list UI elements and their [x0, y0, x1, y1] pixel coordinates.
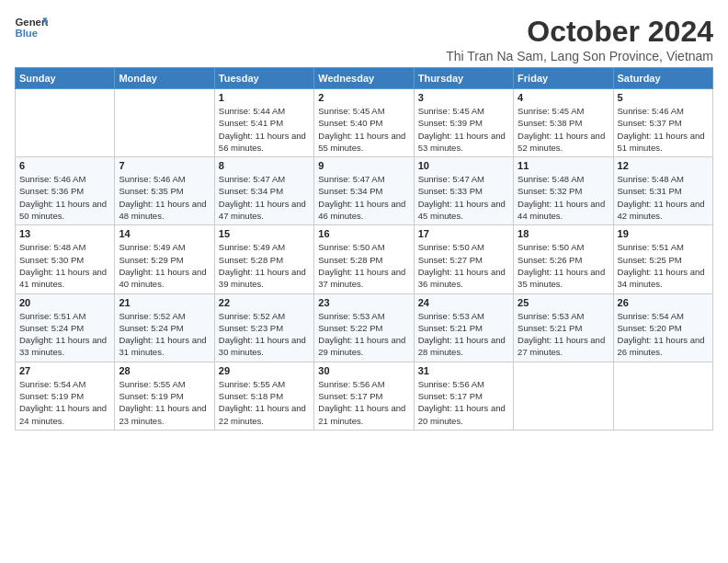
calendar-week-5: 27Sunrise: 5:54 AMSunset: 5:19 PMDayligh… — [16, 362, 713, 430]
logo-icon: General Blue — [15, 15, 48, 40]
day-number: 19 — [618, 228, 709, 239]
day-number: 3 — [418, 92, 509, 103]
day-number: 13 — [19, 228, 110, 239]
col-header-tuesday: Tuesday — [214, 68, 313, 89]
calendar-cell: 24Sunrise: 5:53 AMSunset: 5:21 PMDayligh… — [414, 293, 513, 362]
day-number: 26 — [618, 297, 709, 308]
day-detail: Sunrise: 5:50 AMSunset: 5:28 PMDaylight:… — [318, 241, 409, 290]
logo: General Blue — [15, 15, 48, 40]
day-detail: Sunrise: 5:51 AMSunset: 5:24 PMDaylight:… — [19, 310, 110, 359]
day-number: 22 — [219, 297, 310, 308]
calendar-cell: 17Sunrise: 5:50 AMSunset: 5:27 PMDayligh… — [414, 225, 513, 293]
day-number: 12 — [618, 160, 709, 171]
calendar-cell: 18Sunrise: 5:50 AMSunset: 5:26 PMDayligh… — [514, 225, 613, 293]
day-detail: Sunrise: 5:53 AMSunset: 5:21 PMDaylight:… — [518, 310, 609, 359]
svg-text:Blue: Blue — [16, 28, 39, 39]
day-number: 1 — [219, 92, 310, 103]
location-subtitle: Thi Tran Na Sam, Lang Son Province, Viet… — [446, 49, 713, 63]
page-header: General Blue October 2024 Thi Tran Na Sa… — [15, 15, 713, 63]
calendar-cell: 12Sunrise: 5:48 AMSunset: 5:31 PMDayligh… — [613, 157, 712, 225]
calendar-cell: 23Sunrise: 5:53 AMSunset: 5:22 PMDayligh… — [314, 293, 414, 362]
calendar-cell: 19Sunrise: 5:51 AMSunset: 5:25 PMDayligh… — [613, 225, 712, 293]
day-number: 25 — [518, 297, 609, 308]
calendar-week-3: 13Sunrise: 5:48 AMSunset: 5:30 PMDayligh… — [16, 225, 713, 293]
day-detail: Sunrise: 5:50 AMSunset: 5:26 PMDaylight:… — [518, 241, 609, 290]
day-detail: Sunrise: 5:45 AMSunset: 5:38 PMDaylight:… — [518, 105, 609, 154]
day-detail: Sunrise: 5:50 AMSunset: 5:27 PMDaylight:… — [418, 241, 509, 290]
calendar-cell: 11Sunrise: 5:48 AMSunset: 5:32 PMDayligh… — [514, 157, 613, 225]
day-number: 10 — [418, 160, 509, 171]
day-detail: Sunrise: 5:53 AMSunset: 5:22 PMDaylight:… — [318, 310, 409, 359]
day-detail: Sunrise: 5:48 AMSunset: 5:32 PMDaylight:… — [518, 173, 609, 222]
day-number: 16 — [318, 228, 409, 239]
day-number: 27 — [19, 365, 110, 376]
calendar-cell: 6Sunrise: 5:46 AMSunset: 5:36 PMDaylight… — [16, 157, 115, 225]
calendar-cell: 8Sunrise: 5:47 AMSunset: 5:34 PMDaylight… — [214, 157, 313, 225]
day-detail: Sunrise: 5:47 AMSunset: 5:34 PMDaylight:… — [318, 173, 409, 222]
calendar-week-1: 1Sunrise: 5:44 AMSunset: 5:41 PMDaylight… — [16, 89, 713, 157]
calendar-cell: 9Sunrise: 5:47 AMSunset: 5:34 PMDaylight… — [314, 157, 414, 225]
day-number: 28 — [119, 365, 210, 376]
day-number: 17 — [418, 228, 509, 239]
calendar-cell: 10Sunrise: 5:47 AMSunset: 5:33 PMDayligh… — [414, 157, 513, 225]
day-detail: Sunrise: 5:45 AMSunset: 5:39 PMDaylight:… — [418, 105, 509, 154]
day-number: 8 — [219, 160, 310, 171]
day-detail: Sunrise: 5:56 AMSunset: 5:17 PMDaylight:… — [318, 378, 409, 427]
calendar-cell: 7Sunrise: 5:46 AMSunset: 5:35 PMDaylight… — [115, 157, 214, 225]
calendar-week-4: 20Sunrise: 5:51 AMSunset: 5:24 PMDayligh… — [16, 293, 713, 362]
day-detail: Sunrise: 5:49 AMSunset: 5:28 PMDaylight:… — [219, 241, 310, 290]
calendar-cell: 22Sunrise: 5:52 AMSunset: 5:23 PMDayligh… — [214, 293, 313, 362]
col-header-friday: Friday — [514, 68, 613, 89]
calendar-cell: 16Sunrise: 5:50 AMSunset: 5:28 PMDayligh… — [314, 225, 414, 293]
title-block: October 2024 Thi Tran Na Sam, Lang Son P… — [446, 15, 713, 63]
day-detail: Sunrise: 5:53 AMSunset: 5:21 PMDaylight:… — [418, 310, 509, 359]
day-detail: Sunrise: 5:55 AMSunset: 5:19 PMDaylight:… — [119, 378, 210, 427]
calendar-table: SundayMondayTuesdayWednesdayThursdayFrid… — [15, 67, 713, 431]
calendar-cell — [115, 89, 214, 157]
day-number: 2 — [318, 92, 409, 103]
calendar-cell — [514, 362, 613, 430]
calendar-week-2: 6Sunrise: 5:46 AMSunset: 5:36 PMDaylight… — [16, 157, 713, 225]
calendar-cell: 2Sunrise: 5:45 AMSunset: 5:40 PMDaylight… — [314, 89, 414, 157]
day-number: 31 — [418, 365, 509, 376]
day-detail: Sunrise: 5:52 AMSunset: 5:23 PMDaylight:… — [219, 310, 310, 359]
calendar-cell: 21Sunrise: 5:52 AMSunset: 5:24 PMDayligh… — [115, 293, 214, 362]
calendar-header-row: SundayMondayTuesdayWednesdayThursdayFrid… — [16, 68, 713, 89]
day-number: 29 — [219, 365, 310, 376]
month-title: October 2024 — [446, 15, 713, 49]
col-header-saturday: Saturday — [613, 68, 712, 89]
day-detail: Sunrise: 5:47 AMSunset: 5:33 PMDaylight:… — [418, 173, 509, 222]
calendar-cell: 15Sunrise: 5:49 AMSunset: 5:28 PMDayligh… — [214, 225, 313, 293]
col-header-sunday: Sunday — [16, 68, 115, 89]
day-number: 14 — [119, 228, 210, 239]
calendar-cell: 14Sunrise: 5:49 AMSunset: 5:29 PMDayligh… — [115, 225, 214, 293]
day-number: 24 — [418, 297, 509, 308]
calendar-cell: 31Sunrise: 5:56 AMSunset: 5:17 PMDayligh… — [414, 362, 513, 430]
calendar-cell — [613, 362, 712, 430]
calendar-cell: 5Sunrise: 5:46 AMSunset: 5:37 PMDaylight… — [613, 89, 712, 157]
day-number: 20 — [19, 297, 110, 308]
calendar-cell: 26Sunrise: 5:54 AMSunset: 5:20 PMDayligh… — [613, 293, 712, 362]
calendar-cell: 30Sunrise: 5:56 AMSunset: 5:17 PMDayligh… — [314, 362, 414, 430]
day-detail: Sunrise: 5:54 AMSunset: 5:19 PMDaylight:… — [19, 378, 110, 427]
calendar-cell: 13Sunrise: 5:48 AMSunset: 5:30 PMDayligh… — [16, 225, 115, 293]
calendar-cell: 29Sunrise: 5:55 AMSunset: 5:18 PMDayligh… — [214, 362, 313, 430]
calendar-cell: 4Sunrise: 5:45 AMSunset: 5:38 PMDaylight… — [514, 89, 613, 157]
day-detail: Sunrise: 5:45 AMSunset: 5:40 PMDaylight:… — [318, 105, 409, 154]
day-number: 15 — [219, 228, 310, 239]
day-detail: Sunrise: 5:56 AMSunset: 5:17 PMDaylight:… — [418, 378, 509, 427]
calendar-cell: 1Sunrise: 5:44 AMSunset: 5:41 PMDaylight… — [214, 89, 313, 157]
day-number: 5 — [618, 92, 709, 103]
day-number: 6 — [19, 160, 110, 171]
day-detail: Sunrise: 5:48 AMSunset: 5:31 PMDaylight:… — [618, 173, 709, 222]
day-detail: Sunrise: 5:52 AMSunset: 5:24 PMDaylight:… — [119, 310, 210, 359]
day-detail: Sunrise: 5:55 AMSunset: 5:18 PMDaylight:… — [219, 378, 310, 427]
day-detail: Sunrise: 5:48 AMSunset: 5:30 PMDaylight:… — [19, 241, 110, 290]
day-detail: Sunrise: 5:46 AMSunset: 5:35 PMDaylight:… — [119, 173, 210, 222]
calendar-cell: 20Sunrise: 5:51 AMSunset: 5:24 PMDayligh… — [16, 293, 115, 362]
day-number: 9 — [318, 160, 409, 171]
day-number: 23 — [318, 297, 409, 308]
day-detail: Sunrise: 5:54 AMSunset: 5:20 PMDaylight:… — [618, 310, 709, 359]
col-header-monday: Monday — [115, 68, 214, 89]
day-number: 4 — [518, 92, 609, 103]
